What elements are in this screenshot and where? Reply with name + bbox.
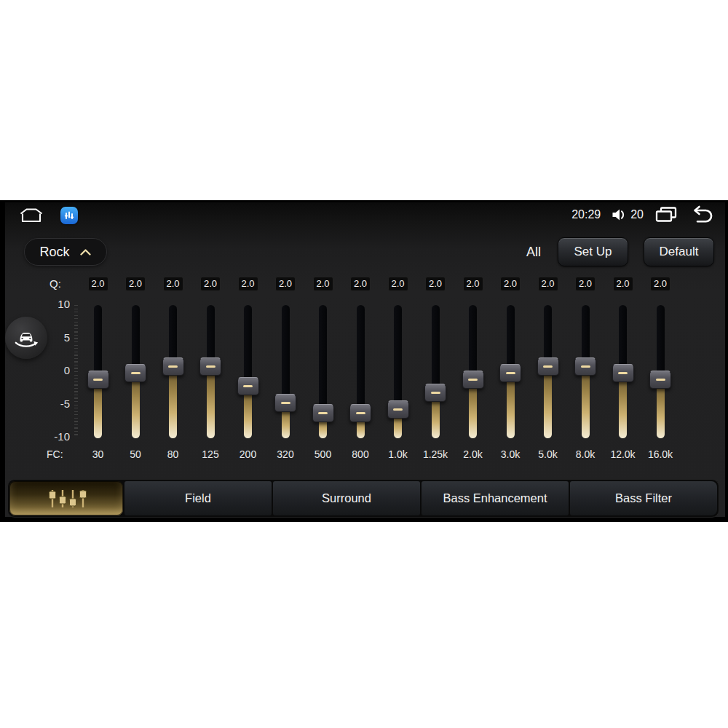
- gain-scale-ticks: [74, 305, 78, 438]
- gain-slider[interactable]: [116, 304, 154, 438]
- gain-slider[interactable]: [229, 304, 267, 438]
- home-icon[interactable]: [18, 206, 44, 224]
- gain-slider[interactable]: [304, 304, 342, 438]
- slider-track[interactable]: [619, 305, 627, 373]
- slider-thumb[interactable]: [499, 364, 521, 382]
- slider-thumb[interactable]: [462, 371, 484, 389]
- q-value: 2.0: [463, 277, 483, 291]
- tab-bass-enhancement[interactable]: Bass Enhancement: [422, 481, 569, 515]
- q-value: 2.0: [125, 277, 146, 291]
- gain-slider[interactable]: [341, 304, 379, 438]
- slider-track[interactable]: [432, 305, 440, 393]
- eq-band-80: 2.080: [154, 277, 192, 466]
- sound-field-car-button[interactable]: [5, 317, 47, 359]
- slider-thumb[interactable]: [649, 371, 671, 389]
- slider-fill: [132, 373, 140, 438]
- q-value: 2.0: [350, 277, 371, 291]
- slider-thumb[interactable]: [574, 357, 596, 376]
- slider-thumb[interactable]: [87, 371, 109, 389]
- recent-apps-icon[interactable]: [654, 205, 678, 223]
- gain-scale-label: -5: [38, 397, 70, 411]
- back-icon[interactable]: [689, 205, 713, 223]
- gain-slider[interactable]: [379, 304, 417, 438]
- gain-slider[interactable]: [416, 304, 454, 438]
- slider-thumb[interactable]: [199, 357, 221, 376]
- slider-thumb[interactable]: [162, 357, 184, 376]
- q-value: 2.0: [163, 277, 183, 291]
- q-value: 2.0: [200, 277, 221, 291]
- slider-track[interactable]: [507, 305, 515, 373]
- eq-band-30: 2.030: [79, 277, 117, 466]
- q-value: 2.0: [88, 277, 108, 291]
- slider-fill: [544, 366, 552, 438]
- q-value: 2.0: [388, 277, 408, 291]
- q-value: 2.0: [425, 277, 446, 291]
- slider-track[interactable]: [657, 305, 665, 379]
- slider-track[interactable]: [469, 305, 477, 379]
- status-bar-right: 20:29 20: [571, 205, 713, 223]
- gain-scale-label: 10: [38, 298, 70, 311]
- fc-row-label: FC:: [47, 448, 63, 460]
- gain-slider[interactable]: [154, 304, 192, 438]
- gain-slider[interactable]: [491, 304, 529, 438]
- eq-band-50: 2.050: [116, 277, 154, 466]
- header-actions: All Set Up Default: [526, 237, 714, 266]
- slider-fill: [619, 373, 627, 438]
- gain-slider[interactable]: [529, 304, 567, 438]
- eq-band-16.0k: 2.016.0k: [641, 277, 679, 466]
- slider-thumb[interactable]: [124, 364, 146, 382]
- slider-thumb[interactable]: [387, 400, 409, 419]
- slider-track[interactable]: [319, 305, 327, 413]
- q-value: 2.0: [538, 277, 558, 291]
- q-value: 2.0: [313, 277, 333, 291]
- tab-field[interactable]: Field: [124, 481, 272, 515]
- eq-band-800: 2.0800: [341, 277, 379, 466]
- slider-thumb[interactable]: [424, 384, 446, 402]
- slider-thumb[interactable]: [237, 377, 259, 395]
- slider-thumb[interactable]: [349, 404, 371, 422]
- gain-slider[interactable]: [454, 304, 492, 438]
- tab-bass-filter[interactable]: Bass Filter: [570, 481, 717, 515]
- gain-slider[interactable]: [191, 304, 229, 438]
- preset-label: Rock: [39, 245, 69, 260]
- gain-scale-label: -10: [38, 430, 70, 443]
- tab-label: Bass Filter: [615, 491, 672, 505]
- slider-track[interactable]: [282, 305, 290, 403]
- q-value: 2.0: [275, 277, 296, 291]
- eq-band-3.0k: 2.03.0k: [491, 277, 529, 466]
- slider-thumb[interactable]: [537, 357, 559, 376]
- q-row-label: Q:: [50, 277, 61, 290]
- slider-fill: [207, 366, 215, 438]
- car-icon: [11, 323, 41, 353]
- eq-band-5.0k: 2.05.0k: [529, 277, 567, 466]
- slider-track[interactable]: [244, 305, 252, 387]
- tab-equalizer[interactable]: [9, 481, 123, 515]
- slider-track[interactable]: [357, 305, 365, 413]
- speaker-icon: [612, 208, 628, 221]
- slider-track[interactable]: [132, 305, 140, 373]
- slider-thumb[interactable]: [274, 394, 296, 412]
- default-button[interactable]: Default: [644, 237, 714, 266]
- gain-scale-label: 0: [38, 364, 70, 377]
- gain-slider[interactable]: [604, 304, 642, 438]
- gain-slider[interactable]: [566, 304, 604, 438]
- music-app-icon[interactable]: [60, 207, 78, 224]
- eq-band-125: 2.0125: [191, 277, 229, 466]
- tab-surround[interactable]: Surround: [273, 481, 420, 515]
- slider-thumb[interactable]: [612, 364, 634, 382]
- setup-button[interactable]: Set Up: [558, 237, 628, 266]
- tab-label: Surround: [322, 491, 371, 505]
- gain-slider[interactable]: [266, 304, 304, 438]
- preset-dropdown[interactable]: Rock: [24, 238, 107, 266]
- headunit-screen: 20:29 20 Rock All Set: [0, 200, 728, 522]
- gain-slider[interactable]: [641, 304, 679, 438]
- slider-track[interactable]: [394, 305, 402, 410]
- bottom-tab-bar: FieldSurroundBass EnhancementBass Filter: [7, 479, 719, 518]
- eq-band-500: 2.0500: [304, 277, 342, 466]
- eq-band-8.0k: 2.08.0k: [566, 277, 604, 466]
- slider-thumb[interactable]: [312, 404, 334, 422]
- slider-track[interactable]: [94, 305, 102, 379]
- clock: 20:29: [571, 208, 601, 221]
- gain-slider[interactable]: [79, 304, 117, 438]
- eq-band-1.0k: 2.01.0k: [379, 277, 417, 466]
